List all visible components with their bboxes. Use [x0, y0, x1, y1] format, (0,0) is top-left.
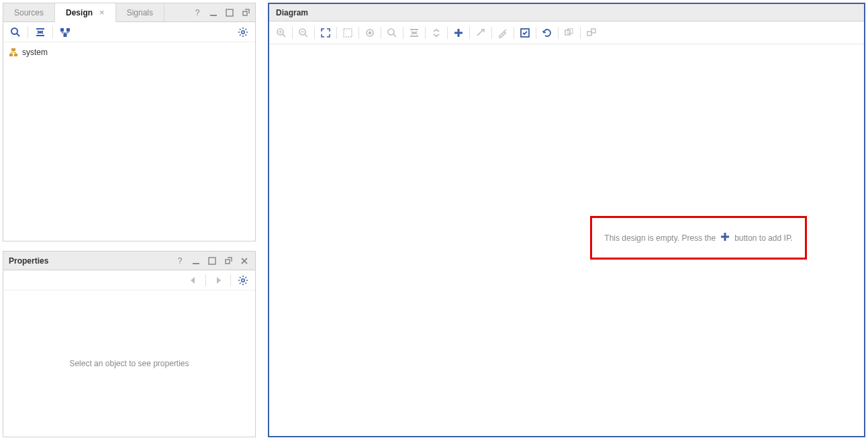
svg-line-30 [240, 282, 241, 284]
diagram-canvas[interactable]: This design is empty. Press the button t… [269, 44, 864, 436]
svg-rect-39 [344, 29, 352, 37]
separator [52, 26, 53, 38]
svg-rect-19 [193, 263, 199, 264]
help-icon[interactable]: ? [175, 256, 185, 266]
make-connection-icon[interactable] [473, 25, 489, 41]
search-icon[interactable] [7, 24, 23, 40]
ungroup-icon[interactable] [583, 25, 599, 41]
tab-signals[interactable]: Signals [116, 3, 164, 21]
diagram-panel: Diagram [268, 3, 865, 437]
svg-rect-5 [66, 28, 70, 32]
search-icon[interactable] [384, 25, 400, 41]
auto-fit-icon[interactable] [362, 25, 378, 41]
zoom-fit-icon[interactable] [318, 25, 334, 41]
svg-point-41 [369, 32, 371, 34]
properties-header: Properties ? [3, 252, 255, 270]
group-icon[interactable] [561, 25, 577, 41]
help-icon[interactable]: ? [192, 7, 203, 18]
svg-rect-4 [60, 28, 64, 32]
separator [358, 27, 359, 39]
tree-root-item[interactable]: system [9, 46, 250, 58]
diagram-toolbar [269, 21, 864, 44]
minimize-icon[interactable] [208, 7, 219, 18]
gear-icon[interactable] [235, 272, 251, 288]
close-icon[interactable]: × [99, 7, 105, 17]
separator [580, 27, 581, 39]
svg-line-31 [246, 277, 247, 278]
empty-design-hint: This design is empty. Press the button t… [590, 216, 807, 260]
tab-signals-label: Signals [127, 8, 153, 17]
separator [469, 27, 470, 39]
hint-text-before: This design is empty. Press the [604, 233, 716, 243]
separator [314, 27, 315, 39]
maximize-icon[interactable] [224, 7, 235, 18]
design-panel: Sources Design × Signals ? [3, 3, 256, 241]
svg-line-28 [240, 277, 241, 278]
tab-sources-label: Sources [14, 8, 44, 17]
gear-icon[interactable] [235, 24, 251, 40]
tree-root-label: system [22, 48, 48, 57]
separator [28, 26, 28, 38]
svg-rect-50 [591, 29, 595, 33]
separator [403, 27, 403, 39]
back-icon[interactable] [185, 272, 201, 288]
separator [230, 274, 231, 286]
tab-design-label: Design [66, 8, 93, 17]
close-icon[interactable] [239, 256, 250, 266]
svg-point-7 [242, 30, 244, 33]
separator [536, 27, 536, 39]
svg-point-42 [388, 29, 394, 35]
popout-icon[interactable] [223, 256, 234, 266]
design-tree: system [3, 42, 255, 241]
svg-point-23 [242, 278, 244, 281]
svg-rect-18 [14, 54, 17, 56]
popout-icon[interactable] [240, 7, 251, 18]
forward-icon[interactable] [210, 272, 226, 288]
maximize-icon[interactable] [207, 256, 218, 266]
separator [514, 27, 514, 39]
svg-line-3 [17, 34, 19, 36]
svg-rect-1 [226, 9, 233, 16]
separator [381, 27, 381, 39]
regenerate-icon[interactable] [539, 25, 555, 41]
svg-line-37 [305, 34, 307, 37]
zoom-out-icon[interactable] [295, 25, 311, 41]
diagram-title: Diagram [276, 8, 308, 17]
svg-rect-16 [11, 48, 15, 51]
tab-sources[interactable]: Sources [3, 3, 55, 21]
svg-line-43 [393, 34, 396, 37]
properties-placeholder: Select an object to see properties [69, 359, 189, 368]
svg-point-2 [11, 28, 17, 34]
svg-rect-17 [9, 54, 13, 56]
diagram-header: Diagram [269, 4, 864, 21]
zoom-area-icon[interactable] [340, 25, 356, 41]
add-ip-icon[interactable] [450, 25, 467, 41]
validate-icon[interactable] [517, 25, 533, 41]
svg-line-15 [246, 29, 247, 30]
customize-icon[interactable] [495, 25, 511, 41]
separator [447, 27, 448, 39]
zoom-in-icon[interactable] [273, 25, 289, 41]
separator [425, 27, 426, 39]
plus-icon[interactable] [720, 231, 730, 244]
collapse-icon[interactable] [406, 25, 422, 41]
hierarchy-icon[interactable] [57, 24, 73, 40]
minimize-icon[interactable] [191, 256, 201, 266]
properties-title: Properties [9, 256, 48, 266]
separator [292, 27, 293, 39]
svg-line-29 [246, 282, 247, 284]
design-toolbar [3, 22, 255, 42]
svg-line-12 [240, 29, 241, 30]
properties-toolbar [3, 270, 255, 290]
block-design-icon [9, 48, 18, 57]
svg-rect-49 [587, 32, 591, 36]
expand-icon[interactable] [428, 25, 444, 41]
separator [558, 27, 559, 39]
properties-body: Select an object to see properties [3, 290, 255, 437]
properties-panel: Properties ? [3, 251, 256, 437]
svg-line-14 [240, 34, 241, 36]
svg-line-13 [246, 34, 247, 36]
collapse-all-icon[interactable] [32, 24, 48, 40]
svg-rect-0 [210, 15, 217, 16]
tab-design[interactable]: Design × [55, 3, 116, 22]
